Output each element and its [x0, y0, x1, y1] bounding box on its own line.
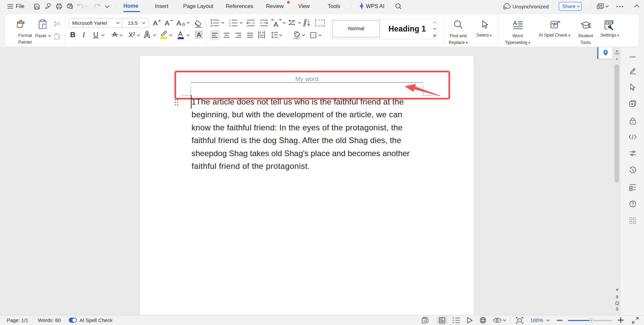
svg-text:3: 3: [229, 24, 230, 27]
svg-text:A: A: [274, 20, 278, 28]
svg-text:A: A: [178, 30, 183, 38]
svg-text:ABC: ABC: [552, 22, 558, 25]
